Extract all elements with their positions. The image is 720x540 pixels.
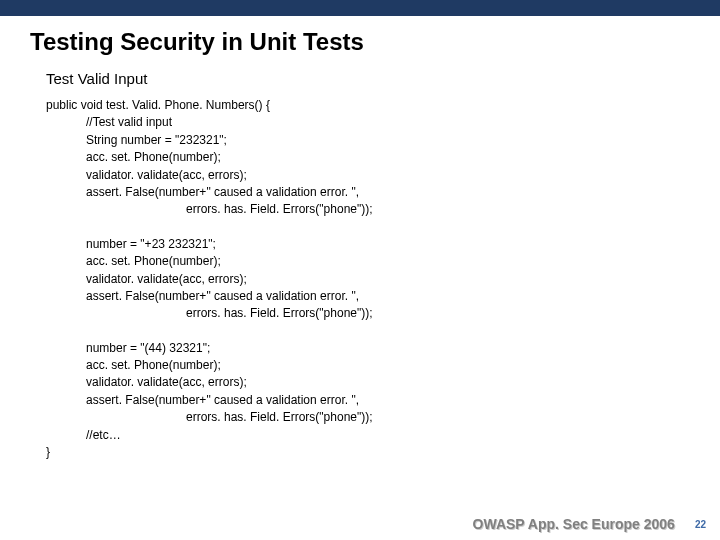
code-line: assert. False(number+" caused a validati… xyxy=(46,184,720,201)
code-block: public void test. Valid. Phone. Numbers(… xyxy=(0,97,720,461)
code-line: errors. has. Field. Errors("phone")); xyxy=(46,409,720,426)
code-line: errors. has. Field. Errors("phone")); xyxy=(46,201,720,218)
code-line: acc. set. Phone(number); xyxy=(46,149,720,166)
code-line: assert. False(number+" caused a validati… xyxy=(46,288,720,305)
page-number: 22 xyxy=(695,519,706,530)
code-line: } xyxy=(46,444,720,461)
code-line: validator. validate(acc, errors); xyxy=(46,374,720,391)
blank-line xyxy=(46,219,720,236)
footer: OWASP App. Sec Europe 2006 22 xyxy=(0,516,720,532)
slide-subtitle: Test Valid Input xyxy=(0,66,720,97)
code-line: errors. has. Field. Errors("phone")); xyxy=(46,305,720,322)
top-bar xyxy=(0,0,720,16)
code-line: number = "+23 232321"; xyxy=(46,236,720,253)
blank-line xyxy=(46,323,720,340)
code-line: acc. set. Phone(number); xyxy=(46,357,720,374)
code-line: number = "(44) 32321"; xyxy=(46,340,720,357)
code-line: validator. validate(acc, errors); xyxy=(46,271,720,288)
footer-conference: OWASP App. Sec Europe 2006 xyxy=(473,516,675,532)
code-line: assert. False(number+" caused a validati… xyxy=(46,392,720,409)
code-line: //etc… xyxy=(46,427,720,444)
code-line: //Test valid input xyxy=(46,114,720,131)
code-line: String number = "232321"; xyxy=(46,132,720,149)
code-line: validator. validate(acc, errors); xyxy=(46,167,720,184)
code-line: acc. set. Phone(number); xyxy=(46,253,720,270)
code-line: public void test. Valid. Phone. Numbers(… xyxy=(46,97,720,114)
slide-title: Testing Security in Unit Tests xyxy=(0,16,720,66)
